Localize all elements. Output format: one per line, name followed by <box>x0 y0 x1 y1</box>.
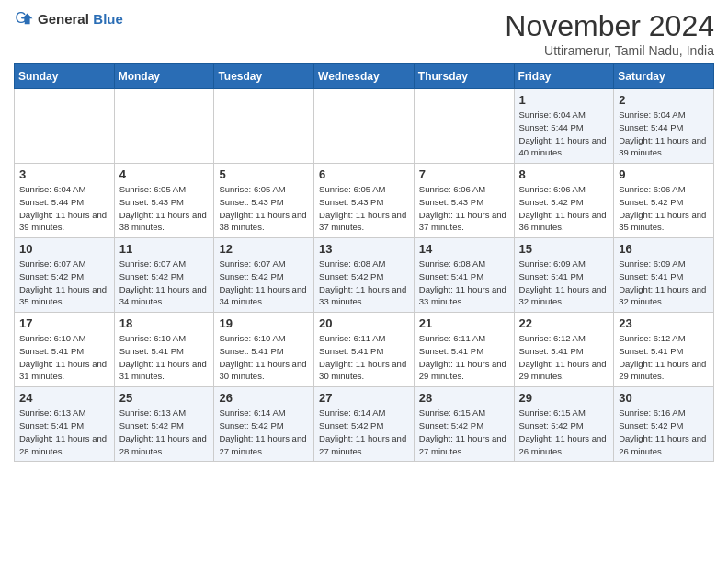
calendar-cell <box>214 89 314 164</box>
day-info: Sunrise: 6:05 AM Sunset: 5:43 PM Dayligh… <box>219 183 309 234</box>
calendar-cell: 28Sunrise: 6:15 AM Sunset: 5:42 PM Dayli… <box>414 387 514 462</box>
logo-icon: G <box>14 9 34 29</box>
day-of-week-header: Thursday <box>414 64 514 89</box>
day-number: 28 <box>419 391 509 405</box>
day-info: Sunrise: 6:04 AM Sunset: 5:44 PM Dayligh… <box>519 109 609 159</box>
logo-blue-text: Blue <box>93 11 123 27</box>
day-info: Sunrise: 6:12 AM Sunset: 5:41 PM Dayligh… <box>619 332 709 383</box>
day-info: Sunrise: 6:13 AM Sunset: 5:41 PM Dayligh… <box>19 407 109 457</box>
day-number: 24 <box>19 391 109 405</box>
calendar-week-row: 10Sunrise: 6:07 AM Sunset: 5:42 PM Dayli… <box>15 238 714 313</box>
calendar-cell: 14Sunrise: 6:08 AM Sunset: 5:41 PM Dayli… <box>414 238 514 313</box>
day-info: Sunrise: 6:06 AM Sunset: 5:42 PM Dayligh… <box>619 183 709 234</box>
calendar-week-row: 17Sunrise: 6:10 AM Sunset: 5:41 PM Dayli… <box>15 313 714 387</box>
day-number: 17 <box>19 316 109 330</box>
calendar-cell: 3Sunrise: 6:04 AM Sunset: 5:44 PM Daylig… <box>15 164 115 238</box>
day-number: 26 <box>219 391 309 405</box>
day-number: 14 <box>419 242 509 256</box>
day-of-week-header: Monday <box>114 64 214 89</box>
calendar-cell <box>414 89 514 164</box>
calendar-cell: 17Sunrise: 6:10 AM Sunset: 5:41 PM Dayli… <box>15 313 115 387</box>
logo-general-text: General <box>38 11 89 27</box>
calendar-cell: 15Sunrise: 6:09 AM Sunset: 5:41 PM Dayli… <box>514 238 614 313</box>
day-of-week-header: Wednesday <box>314 64 415 89</box>
page-header: G General Blue November 2024 Uttiramerur… <box>14 9 714 58</box>
day-info: Sunrise: 6:13 AM Sunset: 5:42 PM Dayligh… <box>119 407 210 457</box>
location-subtitle: Uttiramerur, Tamil Nadu, India <box>505 43 714 58</box>
day-info: Sunrise: 6:05 AM Sunset: 5:43 PM Dayligh… <box>319 183 409 234</box>
calendar-cell: 16Sunrise: 6:09 AM Sunset: 5:41 PM Dayli… <box>614 238 714 313</box>
day-info: Sunrise: 6:05 AM Sunset: 5:43 PM Dayligh… <box>119 183 210 234</box>
calendar-cell: 4Sunrise: 6:05 AM Sunset: 5:43 PM Daylig… <box>114 164 214 238</box>
calendar-cell: 6Sunrise: 6:05 AM Sunset: 5:43 PM Daylig… <box>314 164 415 238</box>
day-number: 29 <box>519 391 609 405</box>
day-of-week-header: Saturday <box>614 64 714 89</box>
day-info: Sunrise: 6:10 AM Sunset: 5:41 PM Dayligh… <box>219 332 309 383</box>
calendar-table: SundayMondayTuesdayWednesdayThursdayFrid… <box>14 63 714 462</box>
day-info: Sunrise: 6:07 AM Sunset: 5:42 PM Dayligh… <box>219 258 309 308</box>
day-number: 20 <box>319 316 409 330</box>
calendar-header-row: SundayMondayTuesdayWednesdayThursdayFrid… <box>15 64 714 89</box>
day-info: Sunrise: 6:14 AM Sunset: 5:42 PM Dayligh… <box>319 407 409 457</box>
calendar-week-row: 3Sunrise: 6:04 AM Sunset: 5:44 PM Daylig… <box>15 164 714 238</box>
calendar-cell: 10Sunrise: 6:07 AM Sunset: 5:42 PM Dayli… <box>15 238 115 313</box>
calendar-cell: 18Sunrise: 6:10 AM Sunset: 5:41 PM Dayli… <box>114 313 214 387</box>
day-number: 9 <box>619 167 709 181</box>
day-number: 19 <box>219 316 309 330</box>
calendar-cell: 2Sunrise: 6:04 AM Sunset: 5:44 PM Daylig… <box>614 89 714 164</box>
title-area: November 2024 Uttiramerur, Tamil Nadu, I… <box>505 9 714 58</box>
calendar-cell: 5Sunrise: 6:05 AM Sunset: 5:43 PM Daylig… <box>214 164 314 238</box>
calendar-cell: 21Sunrise: 6:11 AM Sunset: 5:41 PM Dayli… <box>414 313 514 387</box>
day-info: Sunrise: 6:08 AM Sunset: 5:41 PM Dayligh… <box>419 258 509 308</box>
calendar-cell: 19Sunrise: 6:10 AM Sunset: 5:41 PM Dayli… <box>214 313 314 387</box>
day-of-week-header: Tuesday <box>214 64 314 89</box>
day-info: Sunrise: 6:09 AM Sunset: 5:41 PM Dayligh… <box>519 258 609 308</box>
calendar-cell <box>114 89 214 164</box>
calendar-cell: 22Sunrise: 6:12 AM Sunset: 5:41 PM Dayli… <box>514 313 614 387</box>
day-info: Sunrise: 6:04 AM Sunset: 5:44 PM Dayligh… <box>619 109 709 159</box>
day-info: Sunrise: 6:15 AM Sunset: 5:42 PM Dayligh… <box>419 407 509 457</box>
day-number: 15 <box>519 242 609 256</box>
day-number: 10 <box>19 242 109 256</box>
calendar-cell <box>15 89 115 164</box>
day-number: 1 <box>519 93 609 107</box>
day-info: Sunrise: 6:07 AM Sunset: 5:42 PM Dayligh… <box>19 258 109 308</box>
day-of-week-header: Friday <box>514 64 614 89</box>
day-number: 7 <box>419 167 509 181</box>
day-number: 4 <box>119 167 210 181</box>
day-info: Sunrise: 6:14 AM Sunset: 5:42 PM Dayligh… <box>219 407 309 457</box>
month-title: November 2024 <box>505 9 714 43</box>
day-info: Sunrise: 6:15 AM Sunset: 5:42 PM Dayligh… <box>519 407 609 457</box>
day-number: 2 <box>619 93 709 107</box>
calendar-cell <box>314 89 415 164</box>
calendar-cell: 1Sunrise: 6:04 AM Sunset: 5:44 PM Daylig… <box>514 89 614 164</box>
calendar-cell: 13Sunrise: 6:08 AM Sunset: 5:42 PM Dayli… <box>314 238 415 313</box>
day-info: Sunrise: 6:06 AM Sunset: 5:43 PM Dayligh… <box>419 183 509 234</box>
day-number: 12 <box>219 242 309 256</box>
day-info: Sunrise: 6:11 AM Sunset: 5:41 PM Dayligh… <box>319 332 409 383</box>
calendar-cell: 27Sunrise: 6:14 AM Sunset: 5:42 PM Dayli… <box>314 387 415 462</box>
calendar-week-row: 1Sunrise: 6:04 AM Sunset: 5:44 PM Daylig… <box>15 89 714 164</box>
day-info: Sunrise: 6:11 AM Sunset: 5:41 PM Dayligh… <box>419 332 509 383</box>
day-number: 3 <box>19 167 109 181</box>
calendar-cell: 23Sunrise: 6:12 AM Sunset: 5:41 PM Dayli… <box>614 313 714 387</box>
day-number: 13 <box>319 242 409 256</box>
day-info: Sunrise: 6:04 AM Sunset: 5:44 PM Dayligh… <box>19 183 109 234</box>
day-number: 5 <box>219 167 309 181</box>
day-info: Sunrise: 6:16 AM Sunset: 5:42 PM Dayligh… <box>619 407 709 457</box>
calendar-cell: 25Sunrise: 6:13 AM Sunset: 5:42 PM Dayli… <box>114 387 214 462</box>
calendar-cell: 8Sunrise: 6:06 AM Sunset: 5:42 PM Daylig… <box>514 164 614 238</box>
calendar-cell: 11Sunrise: 6:07 AM Sunset: 5:42 PM Dayli… <box>114 238 214 313</box>
calendar-cell: 12Sunrise: 6:07 AM Sunset: 5:42 PM Dayli… <box>214 238 314 313</box>
calendar-cell: 7Sunrise: 6:06 AM Sunset: 5:43 PM Daylig… <box>414 164 514 238</box>
day-number: 16 <box>619 242 709 256</box>
day-number: 25 <box>119 391 210 405</box>
day-number: 11 <box>119 242 210 256</box>
day-info: Sunrise: 6:10 AM Sunset: 5:41 PM Dayligh… <box>119 332 210 383</box>
day-number: 21 <box>419 316 509 330</box>
day-info: Sunrise: 6:09 AM Sunset: 5:41 PM Dayligh… <box>619 258 709 308</box>
day-of-week-header: Sunday <box>15 64 115 89</box>
day-number: 8 <box>519 167 609 181</box>
day-info: Sunrise: 6:10 AM Sunset: 5:41 PM Dayligh… <box>19 332 109 383</box>
day-number: 22 <box>519 316 609 330</box>
